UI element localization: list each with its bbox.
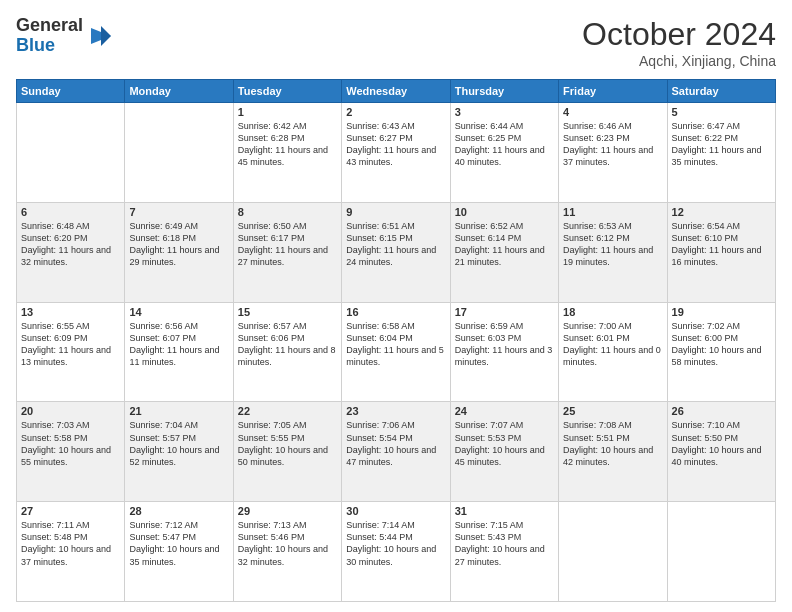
calendar-cell: 15Sunrise: 6:57 AMSunset: 6:06 PMDayligh… [233, 302, 341, 402]
cell-info: Sunrise: 6:57 AMSunset: 6:06 PMDaylight:… [238, 320, 337, 369]
calendar-cell: 10Sunrise: 6:52 AMSunset: 6:14 PMDayligh… [450, 202, 558, 302]
cell-info: Sunrise: 6:49 AMSunset: 6:18 PMDaylight:… [129, 220, 228, 269]
day-number: 8 [238, 206, 337, 218]
cell-info: Sunrise: 6:53 AMSunset: 6:12 PMDaylight:… [563, 220, 662, 269]
calendar-cell [17, 103, 125, 203]
day-number: 23 [346, 405, 445, 417]
day-number: 30 [346, 505, 445, 517]
calendar-cell: 7Sunrise: 6:49 AMSunset: 6:18 PMDaylight… [125, 202, 233, 302]
day-number: 27 [21, 505, 120, 517]
cell-info: Sunrise: 6:43 AMSunset: 6:27 PMDaylight:… [346, 120, 445, 169]
calendar-cell: 13Sunrise: 6:55 AMSunset: 6:09 PMDayligh… [17, 302, 125, 402]
location: Aqchi, Xinjiang, China [582, 53, 776, 69]
day-number: 18 [563, 306, 662, 318]
day-number: 1 [238, 106, 337, 118]
calendar-cell: 16Sunrise: 6:58 AMSunset: 6:04 PMDayligh… [342, 302, 450, 402]
calendar-cell: 31Sunrise: 7:15 AMSunset: 5:43 PMDayligh… [450, 502, 558, 602]
day-number: 22 [238, 405, 337, 417]
cell-info: Sunrise: 6:50 AMSunset: 6:17 PMDaylight:… [238, 220, 337, 269]
cell-info: Sunrise: 6:58 AMSunset: 6:04 PMDaylight:… [346, 320, 445, 369]
weekday-header-saturday: Saturday [667, 80, 775, 103]
calendar-cell: 19Sunrise: 7:02 AMSunset: 6:00 PMDayligh… [667, 302, 775, 402]
cell-info: Sunrise: 6:47 AMSunset: 6:22 PMDaylight:… [672, 120, 771, 169]
day-number: 10 [455, 206, 554, 218]
calendar-cell: 2Sunrise: 6:43 AMSunset: 6:27 PMDaylight… [342, 103, 450, 203]
calendar-cell: 12Sunrise: 6:54 AMSunset: 6:10 PMDayligh… [667, 202, 775, 302]
calendar-cell: 4Sunrise: 6:46 AMSunset: 6:23 PMDaylight… [559, 103, 667, 203]
weekday-header-friday: Friday [559, 80, 667, 103]
weekday-header-wednesday: Wednesday [342, 80, 450, 103]
logo-blue-text: Blue [16, 36, 83, 56]
weekday-header-tuesday: Tuesday [233, 80, 341, 103]
day-number: 7 [129, 206, 228, 218]
weekday-header-monday: Monday [125, 80, 233, 103]
calendar-cell: 11Sunrise: 6:53 AMSunset: 6:12 PMDayligh… [559, 202, 667, 302]
calendar-cell: 18Sunrise: 7:00 AMSunset: 6:01 PMDayligh… [559, 302, 667, 402]
cell-info: Sunrise: 7:13 AMSunset: 5:46 PMDaylight:… [238, 519, 337, 568]
day-number: 26 [672, 405, 771, 417]
day-number: 14 [129, 306, 228, 318]
calendar-cell: 30Sunrise: 7:14 AMSunset: 5:44 PMDayligh… [342, 502, 450, 602]
cell-info: Sunrise: 7:11 AMSunset: 5:48 PMDaylight:… [21, 519, 120, 568]
calendar-cell: 25Sunrise: 7:08 AMSunset: 5:51 PMDayligh… [559, 402, 667, 502]
day-number: 17 [455, 306, 554, 318]
day-number: 19 [672, 306, 771, 318]
day-number: 15 [238, 306, 337, 318]
logo-general-text: General [16, 16, 83, 36]
calendar-cell: 17Sunrise: 6:59 AMSunset: 6:03 PMDayligh… [450, 302, 558, 402]
day-number: 2 [346, 106, 445, 118]
title-section: October 2024 Aqchi, Xinjiang, China [582, 16, 776, 69]
calendar-cell: 24Sunrise: 7:07 AMSunset: 5:53 PMDayligh… [450, 402, 558, 502]
calendar-cell: 6Sunrise: 6:48 AMSunset: 6:20 PMDaylight… [17, 202, 125, 302]
calendar-cell: 9Sunrise: 6:51 AMSunset: 6:15 PMDaylight… [342, 202, 450, 302]
weekday-header-sunday: Sunday [17, 80, 125, 103]
cell-info: Sunrise: 6:48 AMSunset: 6:20 PMDaylight:… [21, 220, 120, 269]
cell-info: Sunrise: 7:02 AMSunset: 6:00 PMDaylight:… [672, 320, 771, 369]
calendar-cell: 3Sunrise: 6:44 AMSunset: 6:25 PMDaylight… [450, 103, 558, 203]
cell-info: Sunrise: 7:04 AMSunset: 5:57 PMDaylight:… [129, 419, 228, 468]
cell-info: Sunrise: 6:51 AMSunset: 6:15 PMDaylight:… [346, 220, 445, 269]
day-number: 3 [455, 106, 554, 118]
day-number: 13 [21, 306, 120, 318]
cell-info: Sunrise: 7:00 AMSunset: 6:01 PMDaylight:… [563, 320, 662, 369]
cell-info: Sunrise: 6:44 AMSunset: 6:25 PMDaylight:… [455, 120, 554, 169]
logo: General Blue [16, 16, 115, 56]
day-number: 28 [129, 505, 228, 517]
cell-info: Sunrise: 7:03 AMSunset: 5:58 PMDaylight:… [21, 419, 120, 468]
day-number: 25 [563, 405, 662, 417]
calendar-cell: 21Sunrise: 7:04 AMSunset: 5:57 PMDayligh… [125, 402, 233, 502]
calendar-cell: 20Sunrise: 7:03 AMSunset: 5:58 PMDayligh… [17, 402, 125, 502]
cell-info: Sunrise: 6:52 AMSunset: 6:14 PMDaylight:… [455, 220, 554, 269]
day-number: 29 [238, 505, 337, 517]
calendar-cell: 22Sunrise: 7:05 AMSunset: 5:55 PMDayligh… [233, 402, 341, 502]
header: General Blue October 2024 Aqchi, Xinjian… [16, 16, 776, 69]
cell-info: Sunrise: 6:54 AMSunset: 6:10 PMDaylight:… [672, 220, 771, 269]
day-number: 24 [455, 405, 554, 417]
day-number: 21 [129, 405, 228, 417]
cell-info: Sunrise: 7:10 AMSunset: 5:50 PMDaylight:… [672, 419, 771, 468]
cell-info: Sunrise: 6:46 AMSunset: 6:23 PMDaylight:… [563, 120, 662, 169]
month-title: October 2024 [582, 16, 776, 53]
cell-info: Sunrise: 6:56 AMSunset: 6:07 PMDaylight:… [129, 320, 228, 369]
calendar-cell: 26Sunrise: 7:10 AMSunset: 5:50 PMDayligh… [667, 402, 775, 502]
day-number: 20 [21, 405, 120, 417]
calendar-cell [559, 502, 667, 602]
calendar-cell: 23Sunrise: 7:06 AMSunset: 5:54 PMDayligh… [342, 402, 450, 502]
day-number: 11 [563, 206, 662, 218]
day-number: 9 [346, 206, 445, 218]
cell-info: Sunrise: 6:42 AMSunset: 6:28 PMDaylight:… [238, 120, 337, 169]
cell-info: Sunrise: 7:07 AMSunset: 5:53 PMDaylight:… [455, 419, 554, 468]
day-number: 16 [346, 306, 445, 318]
cell-info: Sunrise: 7:05 AMSunset: 5:55 PMDaylight:… [238, 419, 337, 468]
calendar-cell: 27Sunrise: 7:11 AMSunset: 5:48 PMDayligh… [17, 502, 125, 602]
cell-info: Sunrise: 6:59 AMSunset: 6:03 PMDaylight:… [455, 320, 554, 369]
calendar-cell: 28Sunrise: 7:12 AMSunset: 5:47 PMDayligh… [125, 502, 233, 602]
day-number: 5 [672, 106, 771, 118]
day-number: 4 [563, 106, 662, 118]
day-number: 31 [455, 505, 554, 517]
calendar-cell: 29Sunrise: 7:13 AMSunset: 5:46 PMDayligh… [233, 502, 341, 602]
calendar-cell: 14Sunrise: 6:56 AMSunset: 6:07 PMDayligh… [125, 302, 233, 402]
logo-text: General Blue [16, 16, 83, 56]
calendar-cell: 8Sunrise: 6:50 AMSunset: 6:17 PMDaylight… [233, 202, 341, 302]
calendar-cell: 5Sunrise: 6:47 AMSunset: 6:22 PMDaylight… [667, 103, 775, 203]
